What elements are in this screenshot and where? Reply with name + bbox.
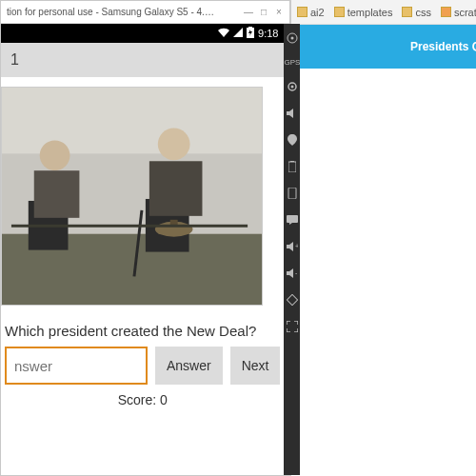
bookmarks-bar: ai2 templates css scratch bbox=[291, 0, 476, 25]
wifi-icon bbox=[218, 28, 229, 39]
battery-side-icon[interactable] bbox=[286, 160, 299, 173]
close-button[interactable]: × bbox=[274, 7, 284, 17]
message-icon[interactable] bbox=[286, 213, 299, 227]
signal-icon bbox=[233, 28, 243, 39]
page-header: Presidents Qu bbox=[291, 25, 476, 69]
bookmark-templates[interactable]: templates bbox=[334, 7, 393, 18]
emulator-window: tion for personal use - Samsung Galaxy S… bbox=[0, 0, 290, 476]
svg-point-9 bbox=[158, 129, 190, 161]
app-content: Which president created the New Deal? An… bbox=[1, 77, 284, 475]
phone-icon[interactable] bbox=[286, 187, 299, 200]
svg-rect-8 bbox=[34, 170, 80, 218]
window-controls: — □ × bbox=[244, 7, 284, 17]
location-icon[interactable] bbox=[286, 133, 299, 147]
svg-rect-4 bbox=[2, 88, 262, 153]
answer-input[interactable] bbox=[5, 347, 148, 385]
status-time: 9:18 bbox=[258, 28, 278, 39]
volume-up-icon[interactable]: + bbox=[286, 240, 299, 253]
bookmark-label: templates bbox=[347, 7, 393, 18]
bookmark-label: ai2 bbox=[310, 7, 325, 18]
bookmark-css[interactable]: css bbox=[402, 7, 431, 18]
svg-rect-14 bbox=[11, 225, 248, 228]
svg-rect-21 bbox=[288, 188, 296, 199]
battery-icon bbox=[247, 27, 254, 40]
folder-icon bbox=[297, 7, 307, 17]
svg-point-18 bbox=[290, 86, 293, 89]
question-text: Which president created the New Deal? bbox=[1, 306, 284, 347]
svg-point-16 bbox=[290, 37, 293, 40]
browser-window: ai2 templates css scratch Presidents Qu bbox=[290, 0, 476, 476]
volume-down-icon[interactable]: - bbox=[286, 267, 299, 280]
svg-rect-1 bbox=[248, 27, 252, 28]
answer-button[interactable]: Answer bbox=[155, 347, 223, 385]
page-header-title: Presidents Qu bbox=[410, 40, 476, 53]
browser-body[interactable] bbox=[291, 69, 476, 476]
bookmark-label: css bbox=[415, 7, 431, 18]
sound-icon[interactable] bbox=[286, 107, 299, 120]
app-title: 1 bbox=[10, 51, 19, 69]
camera-icon[interactable] bbox=[286, 80, 299, 93]
svg-rect-19 bbox=[288, 162, 296, 172]
gps-icon[interactable] bbox=[286, 31, 299, 45]
next-button[interactable]: Next bbox=[230, 347, 281, 385]
folder-icon bbox=[334, 7, 345, 17]
app-title-bar: 1 bbox=[1, 43, 284, 77]
svg-text:+: + bbox=[295, 243, 298, 249]
question-image bbox=[1, 87, 263, 306]
bookmark-label: scratch bbox=[454, 7, 476, 18]
svg-rect-22 bbox=[287, 215, 298, 223]
emulator-sidebar: GPS + bbox=[284, 24, 300, 475]
page-icon bbox=[441, 7, 451, 17]
folder-icon bbox=[402, 7, 412, 17]
gps-label: GPS bbox=[284, 58, 300, 67]
device-screen: 9:18 1 bbox=[1, 24, 284, 475]
minimize-button[interactable]: — bbox=[244, 7, 253, 17]
fullscreen-icon[interactable] bbox=[286, 320, 299, 333]
svg-text:-: - bbox=[295, 269, 298, 276]
android-statusbar: 9:18 bbox=[1, 24, 284, 43]
window-title: tion for personal use - Samsung Galaxy S… bbox=[7, 7, 216, 17]
window-titlebar[interactable]: tion for personal use - Samsung Galaxy S… bbox=[1, 1, 289, 24]
bookmark-scratch[interactable]: scratch bbox=[441, 7, 476, 18]
score-label: Score: 0 bbox=[1, 385, 284, 415]
svg-rect-10 bbox=[149, 161, 203, 216]
svg-rect-20 bbox=[290, 161, 294, 162]
svg-point-7 bbox=[40, 140, 70, 170]
maximize-button[interactable]: □ bbox=[259, 7, 268, 17]
svg-rect-25 bbox=[287, 294, 297, 305]
rotate-icon[interactable] bbox=[286, 293, 299, 307]
bookmark-ai2[interactable]: ai2 bbox=[297, 7, 325, 18]
